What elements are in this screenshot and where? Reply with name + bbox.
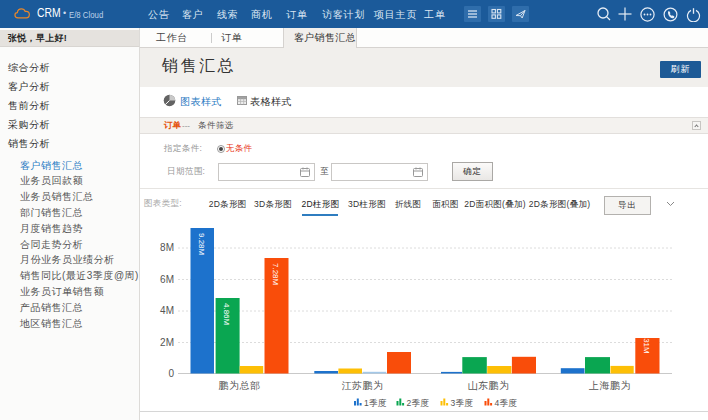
svg-text:4.86M: 4.86M: [222, 303, 231, 326]
svg-text:3季度: 3季度: [451, 398, 474, 408]
svg-text:9.28M: 9.28M: [197, 233, 206, 256]
svg-text:上海鹏为: 上海鹏为: [588, 380, 631, 391]
svg-text:2季度: 2季度: [407, 398, 430, 408]
svg-text:6M: 6M: [160, 274, 174, 285]
svg-text:4M: 4M: [160, 305, 174, 316]
svg-text:2M: 2M: [160, 337, 174, 348]
svg-text:江苏鹏为: 江苏鹏为: [342, 380, 384, 391]
svg-text:7.28M: 7.28M: [271, 263, 280, 286]
svg-text:8M: 8M: [160, 242, 174, 253]
svg-text:1季度: 1季度: [364, 398, 387, 408]
svg-text:4季度: 4季度: [495, 398, 518, 408]
svg-text:0: 0: [168, 368, 174, 379]
svg-text:鹏为总部: 鹏为总部: [219, 380, 261, 391]
svg-text:2.31M: 2.31M: [642, 332, 651, 355]
svg-text:山东鹏为: 山东鹏为: [468, 380, 510, 391]
